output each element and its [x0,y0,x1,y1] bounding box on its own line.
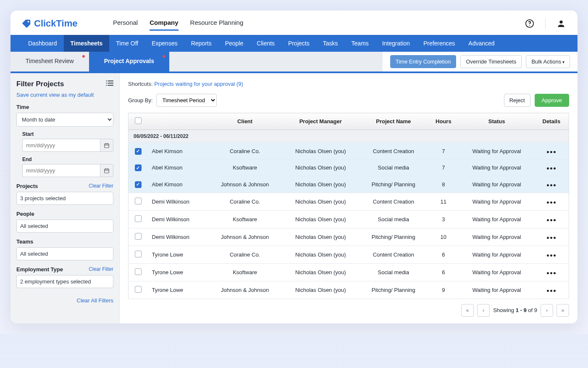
notification-dot-icon [82,55,85,58]
page-last-button[interactable]: » [556,304,569,317]
shortcuts-link[interactable]: Projects waiting for your approval (9) [154,81,243,87]
col-client[interactable]: Client [208,113,282,130]
override-timesheets-button[interactable]: Override Timesheets [460,55,522,68]
table-row[interactable]: Demi WilkinsonJohnson & JohnsonNicholas … [129,228,569,246]
people-select[interactable]: All selected [16,220,113,233]
row-checkbox[interactable] [135,148,142,155]
help-icon[interactable] [524,18,535,29]
col-project-name[interactable]: Project Name [359,113,428,130]
brand-name: ClickTime [34,18,78,29]
cell-details [534,193,569,210]
end-date-input[interactable] [22,164,100,177]
calendar-icon[interactable] [100,139,113,152]
table-row[interactable]: Demi WilkinsonCoraline Co.Nicholas Olsen… [129,193,569,210]
time-range-select[interactable]: Month to date [16,113,113,127]
employment-type-select[interactable]: 2 employment types selected [16,275,113,288]
more-icon[interactable] [547,201,556,204]
more-icon[interactable] [547,184,556,186]
ribbon-expenses[interactable]: Expenses [145,35,184,52]
projects-select[interactable]: 3 projects selected [16,192,113,205]
cell-project-manager: Nicholas Olsen (you) [282,246,359,263]
shortcuts-label: Shortcuts: [128,81,153,87]
ribbon-reports[interactable]: Reports [184,35,218,52]
ribbon-people[interactable]: People [218,35,250,52]
ribbon-projects[interactable]: Projects [281,35,316,52]
calendar-icon[interactable] [100,164,113,177]
tab-timesheet-review[interactable]: Timesheet Review [10,52,89,71]
col-project-manager[interactable]: Project Manager [282,113,359,130]
ribbon-integration[interactable]: Integration [375,35,417,52]
row-checkbox[interactable] [135,215,142,222]
time-entry-completion-button[interactable]: Time Entry Completion [390,55,457,68]
table-row[interactable]: Abel KimsonJohnson & JohnsonNicholas Ols… [129,176,569,193]
more-icon[interactable] [547,290,556,292]
svg-rect-10 [105,143,109,147]
cell-status: Waiting for Approval [459,228,534,246]
brand[interactable]: ClickTime [21,18,105,29]
ribbon-time-off[interactable]: Time Off [109,35,145,52]
cell-client: Ksoftware [208,263,282,281]
cell-details [534,159,569,176]
row-checkbox[interactable] [135,233,142,240]
ribbon-tasks[interactable]: Tasks [316,35,345,52]
ribbon-teams[interactable]: Teams [344,35,375,52]
toolbar: Group By: Timesheet Period Reject Approv… [128,94,569,107]
group-by-select[interactable]: Timesheet Period [156,94,217,107]
table-row[interactable]: Demi WilkinsonKsoftwareNicholas Olsen (y… [129,210,569,228]
more-icon[interactable] [547,254,556,257]
ribbon-dashboard[interactable]: Dashboard [21,35,64,52]
clear-employment-filter[interactable]: Clear Filter [89,266,113,273]
col-hours[interactable]: Hours [428,113,459,130]
table-row[interactable]: Tyrone LoweKsoftwareNicholas Olsen (you)… [129,263,569,281]
ribbon-timesheets[interactable]: Timesheets [64,35,110,52]
more-icon[interactable] [547,167,556,169]
ribbon-advanced[interactable]: Advanced [462,35,501,52]
cell-project-manager: Nicholas Olsen (you) [282,210,359,228]
cell-hours: 6 [428,263,459,281]
col-status[interactable]: Status [459,113,534,130]
col-details: Details [534,113,569,130]
ribbon-clients[interactable]: Clients [250,35,281,52]
table-row[interactable]: Abel KimsonKsoftwareNicholas Olsen (you)… [129,159,569,176]
table-row[interactable]: Abel KimsonCoraline Co.Nicholas Olsen (y… [129,143,569,160]
bulk-actions-button[interactable]: Bulk Actions [526,55,570,68]
cell-client: Johnson & Johnson [208,176,282,193]
row-checkbox[interactable] [135,198,142,204]
cell-status: Waiting for Approval [459,159,534,176]
more-icon[interactable] [547,237,556,239]
topnav-company[interactable]: Company [150,16,178,31]
ribbon-preferences[interactable]: Preferences [417,35,462,52]
select-all-checkbox[interactable] [135,117,142,124]
more-icon[interactable] [547,272,556,274]
page-prev-button[interactable]: ‹ [477,304,490,317]
start-date-input[interactable] [22,139,100,152]
more-icon[interactable] [547,151,556,153]
cell-client: Coraline Co. [208,143,282,160]
clear-projects-filter[interactable]: Clear Filter [89,183,113,189]
teams-select[interactable]: All selected [16,247,113,260]
page-first-button[interactable]: « [461,304,474,317]
reject-button[interactable]: Reject [504,94,530,107]
clear-all-filters-link[interactable]: Clear All Filters [77,297,113,304]
user-icon[interactable] [556,18,567,29]
approve-button[interactable]: Approve [535,94,569,107]
topnav-resource-planning[interactable]: Resource Planning [190,16,244,31]
cell-project-name: Pitching/ Planning [359,176,428,193]
page-next-button[interactable]: › [541,304,553,317]
svg-rect-4 [108,80,114,81]
cell-hours: 11 [428,193,459,210]
row-checkbox[interactable] [135,181,142,188]
topnav-personal[interactable]: Personal [113,16,138,31]
row-checkbox[interactable] [135,268,142,275]
table-row[interactable]: Tyrone LoweJohnson & JohnsonNicholas Ols… [129,281,569,299]
table-row[interactable]: Tyrone LoweCoraline Co.Nicholas Olsen (y… [129,246,569,263]
tab-project-approvals[interactable]: Project Approvals [89,52,169,71]
row-checkbox[interactable] [135,251,142,257]
projects-label: Projects Clear Filter [16,183,113,189]
row-checkbox[interactable] [135,164,142,171]
save-view-link[interactable]: Save current view as my default [16,92,94,98]
svg-point-3 [559,21,562,24]
more-icon[interactable] [547,219,556,221]
row-checkbox[interactable] [135,286,142,293]
collapse-sidebar-icon[interactable] [106,80,113,88]
